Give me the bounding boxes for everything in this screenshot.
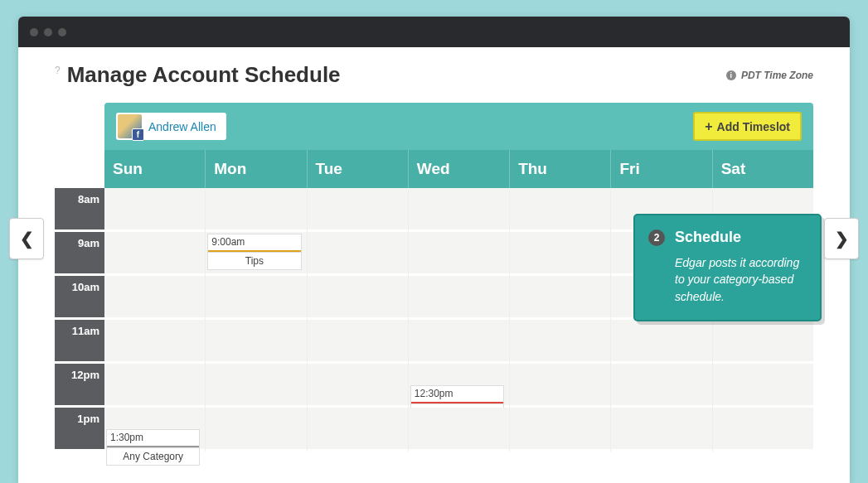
grid-cell[interactable] (206, 188, 306, 232)
grid-cell[interactable] (308, 188, 408, 232)
grid-cell[interactable] (510, 276, 610, 320)
page-title: Manage Account Schedule (67, 62, 341, 88)
info-icon: i (726, 70, 736, 80)
grid-cell[interactable] (510, 320, 610, 364)
grid-cell[interactable] (409, 408, 509, 452)
time-label: 8am (55, 188, 104, 232)
chevron-right-icon: ❯ (835, 229, 849, 249)
grid-cell[interactable] (308, 232, 408, 276)
chevron-left-icon: ❮ (20, 229, 34, 249)
grid-cell[interactable] (104, 232, 205, 276)
timeslot[interactable]: 9:00am Tips (207, 234, 301, 270)
grid-cell[interactable]: 12:30pm Promotional (409, 364, 509, 408)
time-label: 12pm (55, 364, 104, 408)
timeslot-time: 1:30pm (107, 430, 199, 447)
day-column-wed: 12:30pm Promotional (408, 188, 509, 452)
timeslot-category: Any Category (107, 447, 199, 465)
grid-cell[interactable] (409, 320, 509, 364)
grid-cell[interactable] (104, 188, 205, 232)
day-column-sun: 1:30pm Any Category (104, 188, 205, 452)
onboarding-tooltip: 2 Schedule Edgar posts it according to y… (633, 214, 822, 321)
add-timeslot-button[interactable]: + Add Timeslot (693, 112, 802, 141)
grid-cell[interactable] (308, 408, 408, 452)
add-timeslot-label: Add Timeslot (717, 120, 790, 133)
page-header: ? Manage Account Schedule i PDT Time Zon… (55, 62, 813, 88)
traffic-light-zoom[interactable] (58, 28, 66, 36)
avatar (118, 114, 142, 138)
time-label: 1pm (55, 408, 104, 452)
grid-cell[interactable] (713, 408, 813, 452)
day-header: Sat (712, 150, 813, 188)
window-titlebar (18, 17, 850, 47)
day-column-tue (307, 188, 408, 452)
grid-cell[interactable] (104, 320, 205, 364)
grid-cell[interactable] (308, 364, 408, 408)
grid-cell[interactable] (611, 320, 711, 364)
grid-cell[interactable] (713, 320, 813, 364)
day-header-row: Sun Mon Tue Wed Thu Fri Sat (104, 150, 813, 188)
prev-button[interactable]: ❮ (9, 218, 44, 259)
account-chip[interactable]: Andrew Allen (116, 113, 226, 140)
grid-cell[interactable] (206, 364, 306, 408)
time-label: 10am (55, 276, 104, 320)
day-header: Mon (205, 150, 306, 188)
timeslot-time: 9:00am (208, 234, 300, 252)
grid-cell[interactable] (510, 188, 610, 232)
day-header: Fri (610, 150, 711, 188)
grid-cell[interactable]: 9:00am Tips (206, 232, 306, 276)
account-name: Andrew Allen (148, 120, 216, 133)
grid-cell[interactable] (308, 276, 408, 320)
grid-cell[interactable] (308, 320, 408, 364)
step-badge: 2 (648, 229, 665, 246)
schedule-toolbar: Andrew Allen + Add Timeslot (104, 103, 813, 150)
day-header: Thu (509, 150, 610, 188)
tooltip-title: Schedule (675, 229, 741, 246)
help-icon[interactable]: ? (55, 65, 61, 76)
grid-cell[interactable] (206, 276, 306, 320)
tooltip-body: Edgar posts it according to your categor… (648, 254, 808, 305)
plus-icon: + (705, 119, 712, 134)
grid-cell[interactable] (510, 408, 610, 452)
timeslot-category: Tips (208, 252, 300, 269)
grid-cell[interactable] (611, 364, 711, 408)
timezone-label: PDT Time Zone (741, 70, 813, 81)
grid-cell[interactable] (104, 276, 205, 320)
time-axis: 8am 9am 10am 11am 12pm 1pm (55, 188, 104, 452)
time-label: 9am (55, 232, 104, 276)
grid-cell[interactable] (510, 364, 610, 408)
grid-cell[interactable] (206, 320, 306, 364)
day-header: Wed (408, 150, 509, 188)
grid-cell[interactable] (104, 364, 205, 408)
grid-cell[interactable] (409, 232, 509, 276)
grid-cell[interactable] (611, 408, 711, 452)
grid-cell[interactable]: 1:30pm Any Category (104, 408, 205, 452)
grid-cell[interactable] (409, 276, 509, 320)
day-header: Sun (104, 150, 205, 188)
traffic-light-close[interactable] (30, 28, 38, 36)
grid-cell[interactable] (206, 408, 306, 452)
grid-cell[interactable] (713, 364, 813, 408)
time-label: 11am (55, 320, 104, 364)
traffic-light-minimize[interactable] (44, 28, 52, 36)
grid-cell[interactable] (409, 188, 509, 232)
app-window: ? Manage Account Schedule i PDT Time Zon… (18, 17, 850, 483)
grid-cell[interactable] (510, 232, 610, 276)
timeslot[interactable]: 1:30pm Any Category (106, 429, 200, 466)
timezone-indicator: i PDT Time Zone (726, 70, 813, 81)
day-header: Tue (307, 150, 408, 188)
timeslot-time: 12:30pm (411, 386, 503, 403)
day-column-thu (509, 188, 610, 452)
day-column-mon: 9:00am Tips (205, 188, 306, 452)
next-button[interactable]: ❯ (824, 218, 859, 259)
